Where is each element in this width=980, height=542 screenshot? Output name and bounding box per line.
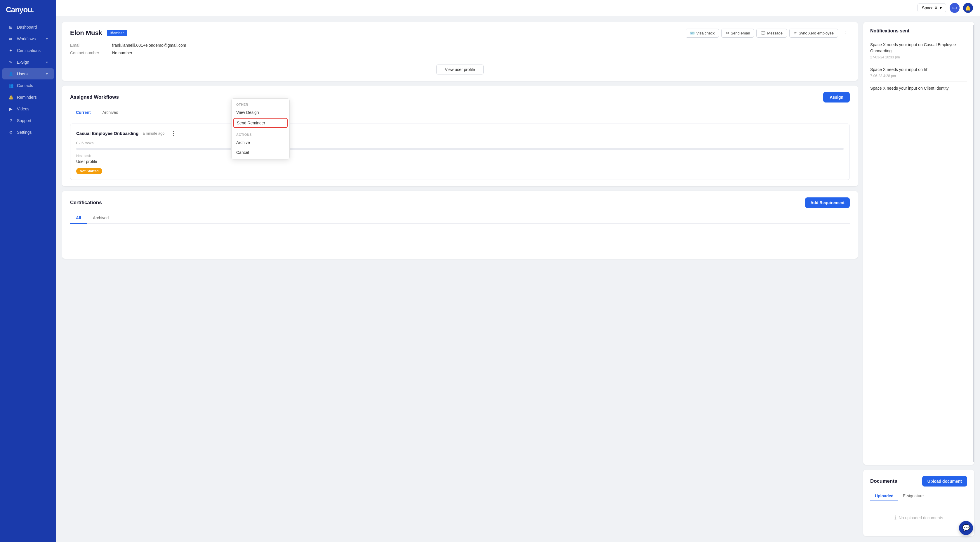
user-icon: 👤 [8,71,13,76]
menu-item-send-reminder[interactable]: Send Reminder [233,118,288,128]
tab-esignature[interactable]: E-signature [898,491,929,501]
space-selector[interactable]: Space X ▾ [918,3,946,12]
sidebar-item-reminders[interactable]: 🔔 Reminders [2,92,54,103]
workflow-title: Casual Employee Onboarding [76,131,138,136]
tab-cert-all[interactable]: All [70,213,87,224]
info-icon: ℹ [894,515,896,521]
notifications-card: Notifications sent Space X needs your in… [863,22,974,465]
notifications-button[interactable]: 🔔 [963,3,973,13]
menu-divider [232,129,290,129]
sidebar-item-workflows[interactable]: ⇄ Workflows ▾ [2,33,54,45]
sidebar-item-videos[interactable]: ▶ Videos [2,103,54,114]
bell-icon: 🔔 [965,5,971,11]
member-badge: Member [107,30,127,36]
menu-section-other: Other [232,100,290,108]
award-icon: ✦ [8,48,13,53]
progress-bar [76,148,844,150]
sidebar-label-videos: Videos [17,106,30,111]
topbar: Space X ▾ FJ 🔔 [56,0,980,16]
right-panel: Notifications sent Space X needs your in… [863,22,974,536]
upload-document-button[interactable]: Upload document [922,476,967,486]
sidebar: Canyou. ⊞ Dashboard ⇄ Workflows ▾ ✦ Cert… [0,0,56,542]
menu-item-view-design[interactable]: View Design [232,108,290,118]
notif-text-0: Space X needs your input on Casual Emplo… [870,42,967,54]
arrow-icon: ⇄ [8,36,13,41]
visa-check-button[interactable]: 🪪 Visa check [686,29,719,38]
sidebar-label-support: Support [17,118,31,123]
assign-button[interactable]: Assign [823,92,850,102]
notif-time-0: 27-03-24 10:33 pm [870,55,967,59]
tab-cert-archived[interactable]: Archived [87,213,115,224]
menu-section-actions: Actions [232,130,290,138]
certifications-section: Certifications Add Requirement All Archi… [62,191,858,259]
sidebar-item-dashboard[interactable]: ⊞ Dashboard [2,22,54,33]
sidebar-item-support[interactable]: ? Support [2,115,54,126]
profile-name: Elon Musk [70,29,102,37]
sidebar-label-users: Users [17,72,28,76]
sidebar-item-esign[interactable]: ✎ E-Sign ▾ [2,57,54,68]
video-icon: ▶ [8,106,13,111]
chat-fab-button[interactable]: 💬 [959,521,973,535]
email-field-row: Email frank.iannelli.001+elondemo@gmail.… [70,43,850,48]
chevron-down-icon: ▾ [46,60,48,64]
chevron-down-icon: ▾ [940,6,942,10]
chevron-down-icon: ▾ [46,72,48,76]
documents-title: Documents [870,478,897,484]
scroll-bar[interactable] [973,25,974,462]
tab-uploaded[interactable]: Uploaded [870,491,898,501]
menu-item-archive[interactable]: Archive [232,138,290,148]
documents-card: Documents Upload document Uploaded E-sig… [863,470,974,536]
notification-item-0: Space X needs your input on Casual Emplo… [870,38,967,63]
left-panel: Elon Musk Member 🪪 Visa check ✉ Send ema… [62,22,858,536]
workflows-section: Assigned Workflows Assign Current Archiv… [62,86,858,186]
sidebar-label-reminders: Reminders [17,95,37,100]
chevron-down-icon: ▾ [46,37,48,41]
sidebar-item-contacts[interactable]: 👥 Contacts [2,80,54,91]
chat-icon: 💬 [962,524,970,532]
cert-tabs: All Archived [70,213,850,224]
workflow-card-header: Casual Employee Onboarding a minute ago … [76,129,844,137]
tab-archived[interactable]: Archived [97,107,124,118]
view-profile-button[interactable]: View user profile [436,65,483,75]
sidebar-label-esign: E-Sign [17,60,29,65]
notif-text-1: Space X needs your input on hh [870,67,967,73]
contact-icon: 👥 [8,83,13,88]
send-email-button[interactable]: ✉ Send email [721,29,754,38]
next-task-value: User profile [76,159,844,164]
avatar[interactable]: FJ [950,3,959,13]
contact-label: Contact number [70,51,105,55]
more-options-button[interactable]: ⋮ [840,28,850,38]
tab-current[interactable]: Current [70,107,97,118]
workflow-more-button[interactable]: ⋮ [169,129,178,137]
email-label: Email [70,43,105,48]
pen-icon: ✎ [8,60,13,65]
profile-actions: 🪪 Visa check ✉ Send email 💬 Message [686,28,850,38]
bell-icon: 🔔 [8,95,13,100]
sidebar-item-certifications[interactable]: ✦ Certifications [2,45,54,56]
message-button[interactable]: 💬 Message [756,29,787,38]
no-documents-message: ℹ No uploaded documents [870,506,967,530]
certifications-content [70,229,850,252]
next-task-label: Next task [76,154,844,158]
space-name: Space X [922,6,937,10]
notifications-title: Notifications sent [870,28,967,33]
status-badge: Not Started [76,168,102,174]
content-area: Elon Musk Member 🪪 Visa check ✉ Send ema… [56,16,980,542]
app-logo: Canyou. [0,5,56,21]
documents-header: Documents Upload document [870,476,967,486]
menu-item-cancel[interactable]: Cancel [232,148,290,157]
sidebar-label-contacts: Contacts [17,83,33,88]
profile-header: Elon Musk Member 🪪 Visa check ✉ Send ema… [70,28,850,38]
workflow-card: Casual Employee Onboarding a minute ago … [70,124,850,180]
sidebar-item-users[interactable]: 👤 Users ▾ [2,68,54,79]
sidebar-label-certifications: Certifications [17,48,41,53]
workflows-title: Assigned Workflows [70,94,119,100]
sidebar-label-dashboard: Dashboard [17,25,37,30]
notification-item-1: Space X needs your input on hh 7-06-23 4… [870,63,967,82]
sync-xero-button[interactable]: ⟳ Sync Xero employee [789,29,838,38]
sidebar-item-settings[interactable]: ⚙ Settings [2,127,54,138]
profile-card: Elon Musk Member 🪪 Visa check ✉ Send ema… [62,22,858,81]
notification-item-2: Space X needs your input on Client Ident… [870,82,967,96]
email-icon: ✉ [725,31,729,35]
add-requirement-button[interactable]: Add Requirement [805,197,850,208]
